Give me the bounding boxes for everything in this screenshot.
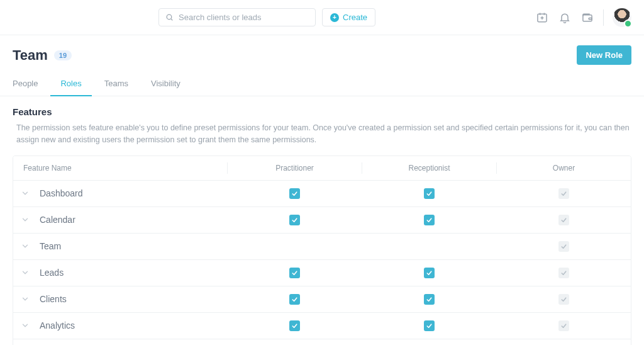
table-row: Inventory bbox=[13, 339, 631, 345]
col-receptionist: Receptionist bbox=[362, 162, 496, 174]
features-table: Feature Name Practitioner Receptionist O… bbox=[13, 156, 631, 345]
plus-icon: + bbox=[330, 13, 339, 22]
tabs: People Roles Teams Visibility bbox=[0, 72, 644, 96]
svg-point-0 bbox=[167, 14, 172, 20]
table-row: Calendar bbox=[13, 207, 631, 234]
section-title: Features bbox=[13, 106, 631, 117]
section-description: The permission sets feature enable's you… bbox=[13, 122, 631, 147]
chevron-down-icon[interactable] bbox=[21, 268, 30, 277]
tab-roles[interactable]: Roles bbox=[60, 72, 81, 96]
checkbox-practitioner[interactable] bbox=[289, 215, 300, 225]
tab-people[interactable]: People bbox=[13, 72, 38, 96]
checkbox-owner[interactable] bbox=[558, 320, 569, 331]
col-owner: Owner bbox=[496, 162, 631, 174]
feature-label: Analytics bbox=[40, 320, 75, 331]
chevron-down-icon[interactable] bbox=[21, 295, 30, 303]
avatar[interactable] bbox=[613, 8, 631, 27]
topbar: + Create bbox=[0, 0, 644, 35]
bell-icon[interactable] bbox=[558, 11, 572, 25]
table-row: Leads bbox=[13, 260, 631, 286]
feature-label: Calendar bbox=[40, 215, 75, 225]
tab-teams[interactable]: Teams bbox=[104, 72, 128, 96]
create-label: Create bbox=[343, 13, 367, 22]
col-feature-name: Feature Name bbox=[13, 164, 227, 172]
feature-label: Dashboard bbox=[40, 188, 83, 198]
checkbox-receptionist[interactable] bbox=[424, 215, 435, 225]
search-icon bbox=[165, 13, 174, 21]
checkbox-receptionist[interactable] bbox=[424, 294, 435, 305]
search-input[interactable] bbox=[179, 13, 309, 22]
count-badge: 19 bbox=[54, 50, 72, 60]
checkbox-practitioner[interactable] bbox=[289, 268, 300, 278]
checkbox-practitioner[interactable] bbox=[289, 188, 300, 199]
checkbox-owner[interactable] bbox=[558, 294, 569, 305]
checkbox-practitioner[interactable] bbox=[289, 241, 300, 252]
table-row: Dashboard bbox=[13, 181, 631, 207]
checkbox-receptionist[interactable] bbox=[424, 320, 435, 331]
feature-label: Clients bbox=[40, 294, 67, 304]
checkbox-owner[interactable] bbox=[558, 268, 569, 278]
page-header: Team 19 New Role bbox=[0, 35, 644, 72]
col-practitioner: Practitioner bbox=[227, 162, 362, 174]
tab-visibility[interactable]: Visibility bbox=[151, 72, 180, 96]
table-row: Clients bbox=[13, 286, 631, 313]
chevron-down-icon[interactable] bbox=[21, 215, 30, 224]
wallet-icon[interactable] bbox=[580, 11, 594, 25]
calendar-icon[interactable] bbox=[535, 11, 549, 25]
search-box[interactable] bbox=[158, 8, 316, 26]
feature-label: Team bbox=[40, 241, 61, 251]
chevron-down-icon[interactable] bbox=[21, 189, 30, 198]
checkbox-receptionist[interactable] bbox=[424, 268, 435, 278]
chevron-down-icon[interactable] bbox=[21, 321, 30, 330]
page-title: Team bbox=[13, 47, 48, 64]
checkbox-owner[interactable] bbox=[558, 215, 569, 225]
checkbox-practitioner[interactable] bbox=[289, 320, 300, 331]
table-header: Feature Name Practitioner Receptionist O… bbox=[13, 156, 631, 181]
checkbox-owner[interactable] bbox=[558, 188, 569, 199]
content: Features The permission sets feature ena… bbox=[0, 96, 644, 345]
feature-label: Leads bbox=[40, 268, 64, 278]
table-row: Team bbox=[13, 234, 631, 260]
checkbox-practitioner[interactable] bbox=[289, 294, 300, 305]
checkbox-owner[interactable] bbox=[558, 241, 569, 252]
chevron-down-icon[interactable] bbox=[21, 242, 30, 251]
svg-line-1 bbox=[171, 19, 172, 20]
create-button[interactable]: + Create bbox=[322, 8, 375, 26]
table-row: Analytics bbox=[13, 313, 631, 339]
checkbox-receptionist[interactable] bbox=[424, 188, 435, 199]
divider bbox=[603, 9, 604, 26]
new-role-button[interactable]: New Role bbox=[577, 45, 631, 65]
checkbox-receptionist[interactable] bbox=[424, 241, 435, 252]
